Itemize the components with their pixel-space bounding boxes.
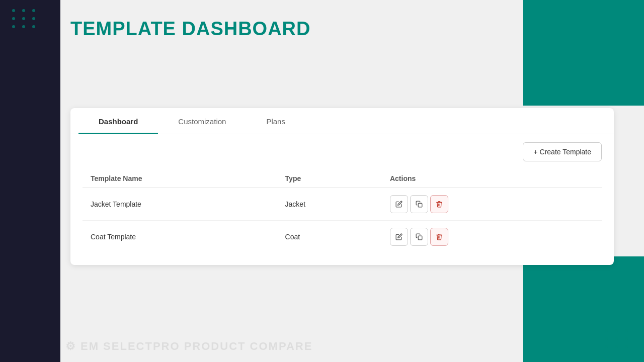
tabs-bar: Dashboard Customization Plans: [70, 108, 614, 134]
edit-button[interactable]: [390, 195, 408, 213]
create-template-button[interactable]: + Create Template: [523, 142, 602, 161]
watermark-icon: ⚙: [65, 340, 76, 353]
tab-plans[interactable]: Plans: [246, 108, 305, 134]
cell-type: Coat: [277, 221, 382, 253]
edit-button[interactable]: [390, 228, 408, 246]
cell-template-name: Jacket Template: [83, 188, 277, 221]
dots-left-decoration: [12, 9, 37, 28]
cell-actions: [382, 221, 602, 253]
cell-type: Jacket: [277, 188, 382, 221]
cell-actions: [382, 188, 602, 221]
watermark: ⚙ EM SELECTPRO PRODUCT COMPARE: [65, 340, 312, 353]
page-title: TEMPLATE DASHBOARD: [70, 18, 311, 40]
tab-customization[interactable]: Customization: [158, 108, 246, 134]
column-template-name: Template Name: [83, 169, 277, 188]
toolbar: + Create Template: [70, 134, 614, 169]
tab-dashboard[interactable]: Dashboard: [78, 108, 158, 134]
table-row: Coat TemplateCoat: [83, 221, 602, 253]
main-card: Dashboard Customization Plans + Create T…: [70, 108, 614, 265]
svg-rect-1: [418, 236, 422, 240]
copy-button[interactable]: [410, 228, 428, 246]
table-row: Jacket TemplateJacket: [83, 188, 602, 221]
column-type: Type: [277, 169, 382, 188]
watermark-text: EM SELECTPRO PRODUCT COMPARE: [80, 340, 312, 353]
column-actions: Actions: [382, 169, 602, 188]
copy-button[interactable]: [410, 195, 428, 213]
delete-button[interactable]: [430, 228, 448, 246]
svg-rect-0: [418, 203, 422, 207]
teal-top-right-block: [523, 0, 644, 106]
delete-button[interactable]: [430, 195, 448, 213]
dots-bottom-right-decoration: [605, 329, 630, 348]
left-sidebar: [0, 0, 60, 362]
templates-table: Template Name Type Actions Jacket Templa…: [83, 169, 602, 253]
table-header-row: Template Name Type Actions: [83, 169, 602, 188]
cell-template-name: Coat Template: [83, 221, 277, 253]
